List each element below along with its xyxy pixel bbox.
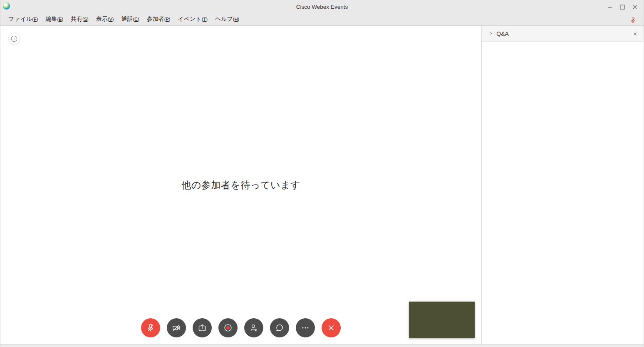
self-video-thumbnail[interactable] bbox=[409, 302, 475, 338]
waiting-message: 他の参加者を待っています bbox=[181, 179, 300, 192]
leave-event-button[interactable] bbox=[322, 318, 341, 337]
start-video-button[interactable] bbox=[167, 318, 186, 337]
minimize-icon bbox=[605, 2, 614, 12]
more-options-button[interactable] bbox=[296, 318, 315, 337]
window-controls bbox=[604, 0, 641, 14]
close-icon bbox=[630, 2, 639, 12]
menu-file[interactable]: ファイル(F) bbox=[5, 14, 42, 25]
content-area: 他の参加者を待っています bbox=[0, 26, 644, 344]
share-icon bbox=[197, 323, 207, 333]
menu-view[interactable]: 表示(V) bbox=[92, 14, 118, 25]
close-icon bbox=[326, 323, 336, 333]
share-content-button[interactable] bbox=[193, 318, 212, 337]
maximize-button[interactable] bbox=[616, 1, 629, 13]
record-icon bbox=[223, 322, 233, 333]
close-icon bbox=[632, 31, 638, 37]
menu-event[interactable]: イベント(T) bbox=[174, 14, 211, 25]
meeting-stage: 他の参加者を待っています bbox=[0, 26, 482, 344]
qa-panel-header: Q&A bbox=[482, 26, 644, 42]
record-button[interactable] bbox=[218, 318, 238, 337]
waiting-message-wrap: 他の参加者を待っています bbox=[0, 26, 481, 344]
qa-close-button[interactable] bbox=[631, 30, 639, 37]
ellipsis-icon bbox=[300, 323, 310, 333]
minimize-button[interactable] bbox=[604, 1, 616, 13]
maximize-icon bbox=[618, 2, 627, 12]
menu-participants[interactable]: 参加者(P) bbox=[143, 14, 174, 25]
qa-panel: Q&A bbox=[482, 26, 644, 344]
chevron-right-icon[interactable] bbox=[487, 30, 495, 37]
chat-icon bbox=[275, 323, 285, 333]
mute-audio-button[interactable] bbox=[141, 318, 160, 337]
qa-panel-title: Q&A bbox=[496, 30, 509, 37]
close-window-button[interactable] bbox=[629, 1, 641, 13]
mic-muted-status-icon bbox=[629, 15, 637, 25]
window-title: Cisco Webex Events bbox=[0, 0, 644, 14]
titlebar: Cisco Webex Events bbox=[0, 0, 644, 14]
menu-edit[interactable]: 編集(E) bbox=[42, 14, 67, 25]
qa-panel-body bbox=[482, 42, 644, 344]
participants-icon bbox=[249, 323, 259, 333]
menu-help[interactable]: ヘルプ(H) bbox=[211, 14, 243, 25]
menu-share[interactable]: 共有(S) bbox=[67, 14, 92, 25]
window-bottom-edge bbox=[0, 344, 644, 347]
webex-events-window: Cisco Webex Events ファイル(F) 編集(E) 共有(S) bbox=[0, 0, 644, 347]
menubar: ファイル(F) 編集(E) 共有(S) 表示(V) 通話(C) 参加者(P) イ… bbox=[0, 14, 644, 26]
menu-call[interactable]: 通話(C) bbox=[117, 14, 143, 25]
participants-button[interactable] bbox=[244, 318, 263, 337]
chat-button[interactable] bbox=[270, 318, 289, 337]
camera-off-icon bbox=[171, 323, 181, 333]
mic-muted-icon bbox=[146, 323, 156, 333]
